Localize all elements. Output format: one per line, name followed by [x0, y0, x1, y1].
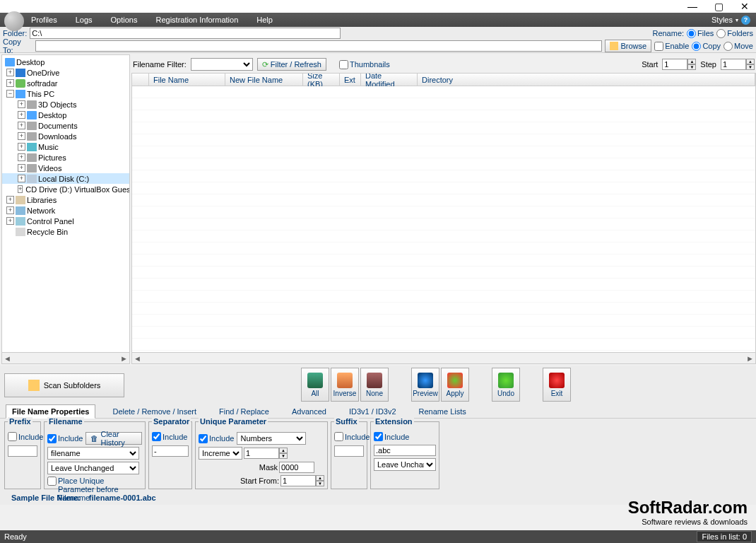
close-button[interactable]: ✕	[740, 1, 749, 12]
tree-softradar[interactable]: softradar	[27, 79, 57, 88]
tree-pictures[interactable]: Pictures	[38, 153, 66, 162]
expander-icon[interactable]: +	[18, 164, 25, 172]
menu-options[interactable]: Options	[111, 16, 138, 24]
extension-include-checkbox[interactable]: Include	[374, 432, 409, 441]
tree-downloads[interactable]: Downloads	[38, 132, 76, 141]
preview-button[interactable]: Preview	[411, 368, 439, 402]
tree-desktop[interactable]: Desktop	[16, 58, 45, 66]
menu-profiles[interactable]: Profiles	[31, 16, 57, 24]
tree-thispc[interactable]: This PC	[27, 90, 54, 98]
folder-tree[interactable]: Desktop +OneDrive +softradar −This PC +3…	[1, 54, 130, 364]
select-inverse-button[interactable]: Inverse	[331, 368, 359, 402]
tab-find-replace[interactable]: Find / Replace	[213, 405, 275, 418]
separator-include-checkbox[interactable]: Include	[152, 432, 187, 441]
menu-styles[interactable]: Styles	[711, 16, 733, 24]
expander-icon[interactable]: +	[18, 122, 25, 129]
tree-music[interactable]: Music	[38, 143, 59, 151]
grid-scrollbar[interactable]: ◄►	[132, 352, 755, 363]
tree-recyclebin[interactable]: Recycle Bin	[27, 228, 68, 236]
startfrom-input[interactable]	[280, 475, 316, 486]
expander-icon[interactable]: +	[6, 79, 14, 87]
menu-registration[interactable]: Registration Information	[155, 16, 238, 24]
expander-icon[interactable]: −	[6, 90, 14, 98]
filter-select[interactable]	[191, 58, 253, 71]
expander-icon[interactable]: +	[18, 132, 25, 140]
prefix-input[interactable]	[8, 445, 37, 457]
prefix-include-checkbox[interactable]: Include	[8, 432, 43, 441]
thumbnails-checkbox[interactable]: Thumbnails	[339, 60, 390, 69]
expander-icon[interactable]: +	[18, 100, 25, 108]
filename-select[interactable]: filename	[47, 447, 139, 460]
tree-controlpanel[interactable]: Control Panel	[27, 217, 74, 226]
expander-icon[interactable]: +	[18, 153, 25, 161]
expander-icon[interactable]: +	[6, 206, 14, 214]
expander-icon[interactable]: +	[6, 69, 14, 76]
separator-input[interactable]	[152, 445, 189, 457]
startfrom-spinner[interactable]: ▲▼	[316, 475, 324, 486]
place-unique-checkbox[interactable]: Place Unique Parameter before Filename	[47, 477, 142, 502]
apply-button[interactable]: Apply	[441, 368, 469, 402]
tree-documents[interactable]: Documents	[38, 122, 78, 130]
mask-input[interactable]	[279, 462, 314, 473]
folder-input[interactable]	[30, 28, 341, 39]
unique-include-checkbox[interactable]: Include	[199, 434, 234, 443]
increment-select[interactable]: Increment	[199, 447, 242, 460]
tree-desktop2[interactable]: Desktop	[38, 111, 66, 119]
increment-input[interactable]	[244, 448, 279, 459]
tree-cddrive[interactable]: CD Drive (D:) VirtualBox Guest	[25, 185, 130, 194]
browse-button[interactable]: Browse	[605, 40, 651, 52]
filename-include-checkbox[interactable]: Include	[47, 434, 83, 443]
extension-case-select[interactable]: Leave Unchanged	[374, 458, 436, 471]
copyto-input[interactable]	[35, 40, 602, 52]
menu-logs[interactable]: Logs	[76, 16, 93, 24]
filter-refresh-button[interactable]: ⟳Filter / Refresh	[257, 58, 326, 71]
help-icon[interactable]: ?	[741, 16, 750, 25]
scan-subfolders-button[interactable]: Scan Subfolders	[4, 373, 124, 397]
maximize-button[interactable]: ▢	[714, 1, 723, 12]
tree-onedrive[interactable]: OneDrive	[27, 69, 59, 77]
expander-icon[interactable]: +	[18, 111, 25, 119]
increment-spinner[interactable]: ▲▼	[279, 448, 288, 459]
tree-videos[interactable]: Videos	[38, 164, 61, 173]
grid-header-newname[interactable]: New File Name	[225, 74, 303, 86]
start-spinner[interactable]: ▲▼	[687, 59, 696, 70]
suffix-include-checkbox[interactable]: Include	[334, 432, 370, 441]
start-input[interactable]	[662, 59, 687, 70]
tree-scrollbar[interactable]: ◄►	[2, 352, 129, 363]
expander-icon[interactable]: +	[18, 185, 23, 193]
enable-checkbox[interactable]: Enable	[654, 42, 689, 51]
expander-icon[interactable]: +	[6, 196, 14, 204]
step-spinner[interactable]: ▲▼	[746, 59, 755, 70]
tree-localdisk[interactable]: Local Disk (C:)	[38, 175, 89, 183]
move-radio[interactable]: Move	[723, 42, 753, 51]
undo-button[interactable]: Undo	[492, 368, 520, 402]
copy-radio[interactable]: Copy	[692, 42, 721, 51]
tab-advanced[interactable]: Advanced	[286, 405, 332, 418]
grid-header-select[interactable]	[132, 74, 149, 86]
grid-header-directory[interactable]: Directory	[418, 74, 755, 86]
clear-history-button[interactable]: 🗑Clear History	[85, 432, 142, 445]
suffix-input[interactable]	[334, 445, 364, 457]
tree-3dobjects[interactable]: 3D Objects	[38, 100, 76, 109]
rename-folders-radio[interactable]: Folders	[716, 29, 753, 38]
grid-header-ext[interactable]: Ext	[340, 74, 361, 86]
tab-delete-remove-insert[interactable]: Delete / Remove / Insert	[107, 405, 202, 418]
expander-icon[interactable]: +	[18, 143, 25, 151]
menu-help[interactable]: Help	[256, 16, 273, 24]
rename-files-radio[interactable]: Files	[687, 29, 714, 38]
step-input[interactable]	[721, 59, 746, 70]
select-none-button[interactable]: None	[360, 368, 389, 402]
grid-header-size[interactable]: Size (KB)	[303, 74, 340, 86]
tab-rename-lists[interactable]: Rename Lists	[413, 405, 472, 418]
filename-case-select[interactable]: Leave Unchanged	[47, 462, 139, 474]
tab-id3[interactable]: ID3v1 / ID3v2	[343, 405, 402, 418]
grid-header-date[interactable]: Date Modified	[361, 74, 418, 86]
select-all-button[interactable]: All	[301, 368, 329, 402]
minimize-button[interactable]: —	[687, 1, 697, 12]
expander-icon[interactable]: +	[6, 217, 14, 225]
extension-input[interactable]	[374, 445, 436, 456]
tree-libraries[interactable]: Libraries	[27, 196, 57, 204]
unique-type-select[interactable]: Numbers	[237, 432, 306, 445]
tree-network[interactable]: Network	[27, 206, 55, 215]
file-grid[interactable]: File Name New File Name Size (KB) Ext Da…	[131, 73, 756, 364]
